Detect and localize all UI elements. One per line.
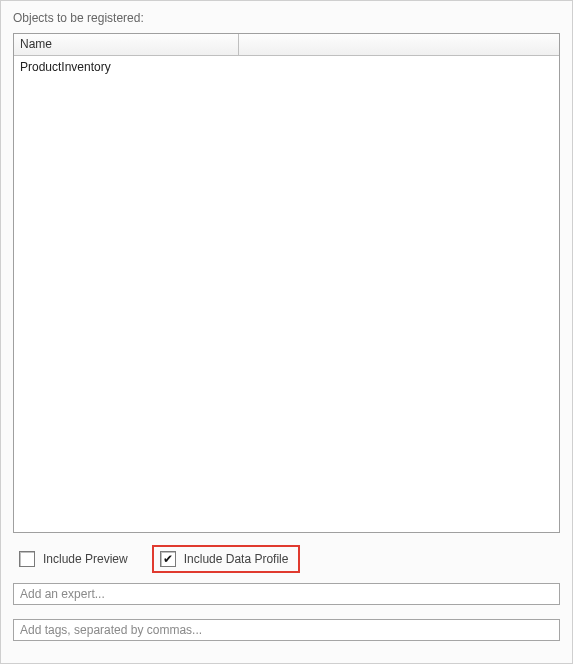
include-preview-label: Include Preview — [43, 552, 128, 566]
include-data-profile-label: Include Data Profile — [184, 552, 289, 566]
table-body: ProductInventory — [14, 56, 559, 78]
column-header-empty[interactable] — [239, 34, 559, 55]
include-data-profile-option[interactable]: Include Data Profile — [152, 545, 301, 573]
objects-to-register-label: Objects to be registered: — [13, 11, 560, 25]
include-data-profile-checkbox[interactable] — [160, 551, 176, 567]
table-row[interactable]: ProductInventory — [20, 58, 553, 76]
include-preview-checkbox[interactable] — [19, 551, 35, 567]
include-preview-option[interactable]: Include Preview — [13, 548, 134, 570]
table-header-row: Name — [14, 34, 559, 56]
objects-table: Name ProductInventory — [13, 33, 560, 533]
add-expert-input[interactable] — [13, 583, 560, 605]
add-tags-input[interactable] — [13, 619, 560, 641]
column-header-name[interactable]: Name — [14, 34, 239, 55]
options-row: Include Preview Include Data Profile — [13, 545, 560, 573]
